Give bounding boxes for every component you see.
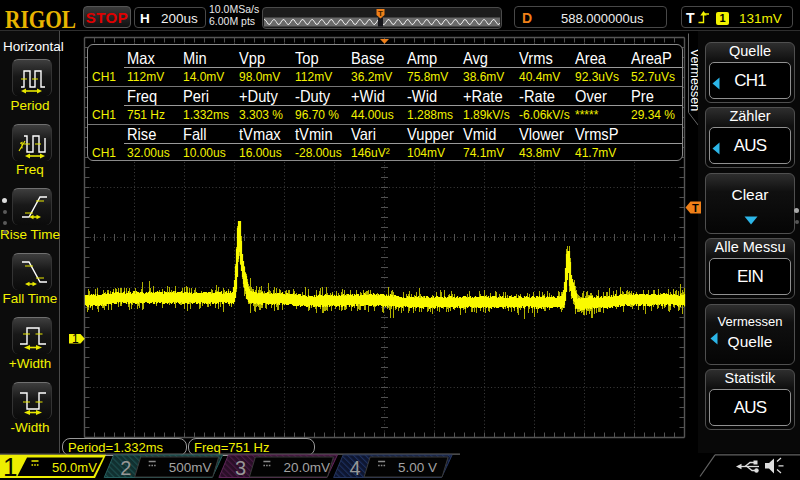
svg-text:5.00 V: 5.00 V <box>398 460 437 475</box>
svg-text:T: T <box>378 9 383 18</box>
svg-text:1: 1 <box>3 453 17 480</box>
svg-text:500mV: 500mV <box>169 460 212 475</box>
svg-text:50.0mV: 50.0mV <box>52 460 97 475</box>
svg-text:20.0mV: 20.0mV <box>283 460 330 475</box>
svg-text:2: 2 <box>120 457 131 479</box>
svg-text:1: 1 <box>72 332 79 346</box>
svg-text:3: 3 <box>235 457 246 479</box>
svg-text:4: 4 <box>350 457 361 479</box>
svg-text:T: T <box>692 202 699 214</box>
